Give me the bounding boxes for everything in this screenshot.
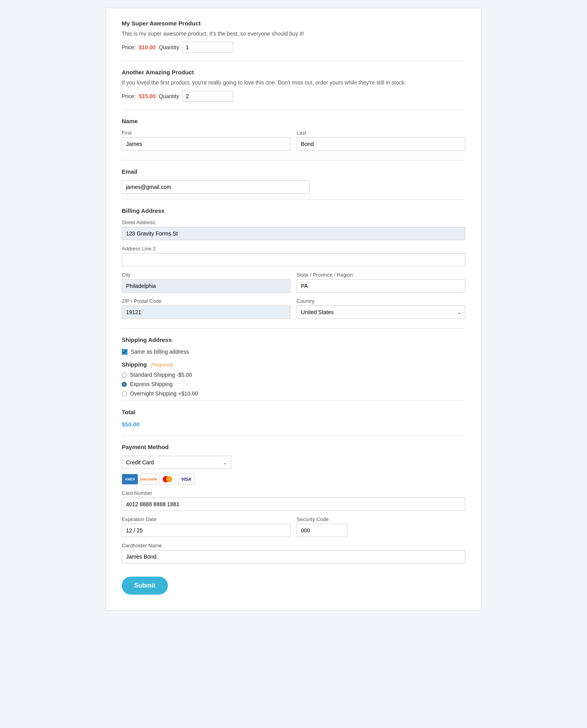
discover-icon: DISCOVER bbox=[140, 474, 157, 485]
street-input[interactable] bbox=[122, 227, 465, 240]
billing-section: Billing Address Street Address Address L… bbox=[122, 207, 465, 324]
payment-title: Payment Method bbox=[122, 444, 465, 450]
zip-group: ZIP / Postal Code bbox=[122, 298, 290, 319]
expiry-cvv-row: Expiration Date Security Code bbox=[122, 516, 465, 543]
shipping-express-radio[interactable] bbox=[122, 382, 127, 387]
shipping-standard-radio[interactable] bbox=[122, 372, 127, 377]
shipping-standard-option: Standard Shipping -$5.00 bbox=[122, 372, 465, 378]
product-1: My Super Awesome Product This is my supe… bbox=[122, 20, 465, 53]
address2-input[interactable] bbox=[122, 253, 465, 266]
product-2-price-label: Price: bbox=[122, 93, 136, 99]
expiry-input[interactable] bbox=[122, 524, 290, 537]
country-select[interactable]: United States Canada United Kingdom Aust… bbox=[297, 306, 465, 319]
total-section: Total $50.00 bbox=[122, 409, 465, 428]
submit-button[interactable]: Submit bbox=[122, 577, 168, 595]
shipping-standard-label: Standard Shipping -$5.00 bbox=[130, 372, 192, 378]
product-1-qty-label: Quantity bbox=[159, 44, 179, 50]
product-2-desc: If you loved the first product, you're r… bbox=[122, 79, 465, 87]
amex-icon: AMEX bbox=[122, 474, 138, 485]
product-2-qty-input[interactable] bbox=[182, 91, 233, 102]
mastercard-icon bbox=[159, 474, 176, 485]
cardholder-label: Cardholder Name bbox=[122, 543, 465, 548]
cvv-group: Security Code bbox=[297, 516, 465, 537]
country-select-wrapper: United States Canada United Kingdom Aust… bbox=[297, 306, 465, 319]
total-amount: $50.00 bbox=[122, 421, 465, 428]
shipping-required-badge: (Required) bbox=[151, 362, 173, 368]
shipping-express-option: Express Shipping bbox=[122, 381, 465, 387]
street-label: Street Address bbox=[122, 219, 465, 225]
shipping-address-section: Shipping Address Same as billing address bbox=[122, 336, 465, 355]
same-as-billing-checkbox[interactable] bbox=[122, 349, 128, 355]
first-name-group: First bbox=[122, 130, 290, 151]
email-input[interactable] bbox=[122, 180, 310, 194]
product-2-price: $15.00 bbox=[139, 93, 156, 99]
card-number-input[interactable] bbox=[122, 498, 465, 511]
street-group: Street Address bbox=[122, 219, 465, 240]
product-1-qty-input[interactable] bbox=[182, 42, 233, 53]
shipping-overnight-label: Overnight Shipping +$10.00 bbox=[130, 390, 198, 397]
product-1-price: $10.00 bbox=[139, 44, 156, 50]
name-fields: First Last bbox=[122, 130, 465, 156]
card-number-group: Card Number bbox=[122, 490, 465, 511]
state-input[interactable] bbox=[297, 279, 465, 293]
address2-label: Address Line 2 bbox=[122, 246, 465, 252]
payment-method-select[interactable]: Credit Card PayPal bbox=[122, 456, 231, 469]
expiry-label: Expiration Date bbox=[122, 516, 290, 522]
product-2-title: Another Amazing Product bbox=[122, 69, 465, 75]
city-group: City bbox=[122, 272, 290, 293]
last-name-input[interactable] bbox=[297, 137, 465, 151]
shipping-method-title: Shipping (Required) bbox=[122, 361, 465, 368]
product-2: Another Amazing Product If you loved the… bbox=[122, 69, 465, 102]
product-1-price-label: Price: bbox=[122, 44, 136, 50]
product-2-qty-label: Quantity bbox=[159, 93, 179, 99]
payment-method-wrapper: Credit Card PayPal ⌄ bbox=[122, 456, 231, 469]
same-as-billing-row: Same as billing address bbox=[122, 349, 465, 355]
product-1-desc: This is my super awesome product. It's t… bbox=[122, 30, 465, 38]
zip-label: ZIP / Postal Code bbox=[122, 298, 290, 304]
cardholder-input[interactable] bbox=[122, 550, 465, 563]
shipping-address-title: Shipping Address bbox=[122, 336, 465, 343]
city-input[interactable] bbox=[122, 279, 290, 293]
last-name-group: Last bbox=[297, 130, 465, 151]
zip-input[interactable] bbox=[122, 306, 290, 319]
email-section: Email bbox=[122, 168, 465, 194]
expiry-group: Expiration Date bbox=[122, 516, 290, 537]
name-section-title: Name bbox=[122, 118, 465, 124]
city-state-row: City State / Province / Region bbox=[122, 272, 465, 298]
shipping-express-label: Express Shipping bbox=[130, 381, 173, 387]
product-2-price-row: Price: $15.00 Quantity bbox=[122, 91, 465, 102]
last-name-label: Last bbox=[297, 130, 465, 136]
cvv-input[interactable] bbox=[297, 524, 348, 537]
card-icons-row: AMEX DISCOVER VISA bbox=[122, 474, 465, 485]
visa-icon: VISA bbox=[178, 474, 194, 485]
first-name-label: First bbox=[122, 130, 290, 136]
shipping-overnight-radio[interactable] bbox=[122, 391, 127, 396]
form-container: My Super Awesome Product This is my supe… bbox=[106, 8, 481, 611]
address2-group: Address Line 2 bbox=[122, 246, 465, 266]
product-1-title: My Super Awesome Product bbox=[122, 20, 465, 27]
card-number-label: Card Number bbox=[122, 490, 465, 496]
cardholder-group: Cardholder Name bbox=[122, 543, 465, 563]
billing-section-title: Billing Address bbox=[122, 207, 465, 214]
email-section-title: Email bbox=[122, 168, 465, 175]
cvv-label: Security Code bbox=[297, 516, 465, 522]
email-group bbox=[122, 180, 465, 194]
first-name-input[interactable] bbox=[122, 137, 290, 151]
city-label: City bbox=[122, 272, 290, 278]
total-title: Total bbox=[122, 409, 465, 415]
zip-country-row: ZIP / Postal Code Country United States … bbox=[122, 298, 465, 324]
shipping-overnight-option: Overnight Shipping +$10.00 bbox=[122, 390, 465, 397]
name-section: Name First Last bbox=[122, 118, 465, 156]
product-1-price-row: Price: $10.00 Quantity bbox=[122, 42, 465, 53]
state-group: State / Province / Region bbox=[297, 272, 465, 293]
state-label: State / Province / Region bbox=[297, 272, 465, 278]
country-group: Country United States Canada United King… bbox=[297, 298, 465, 319]
country-label: Country bbox=[297, 298, 465, 304]
shipping-method-section: Shipping (Required) Standard Shipping -$… bbox=[122, 361, 465, 397]
same-as-billing-label: Same as billing address bbox=[131, 349, 189, 355]
payment-section: Payment Method Credit Card PayPal ⌄ AMEX… bbox=[122, 444, 465, 595]
